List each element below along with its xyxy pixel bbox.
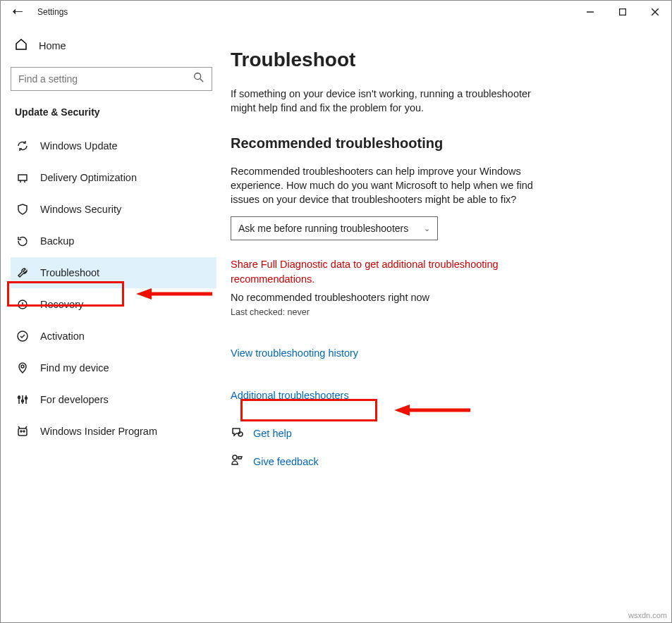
sidebar-item-delivery-optimization[interactable]: Delivery Optimization <box>11 162 216 193</box>
insider-icon <box>16 425 29 438</box>
sidebar-item-find-my-device[interactable]: Find my device <box>11 352 216 383</box>
svg-line-22 <box>25 426 27 428</box>
sidebar-item-label: Backup <box>40 235 74 247</box>
annotation-arrow-additional <box>394 403 472 417</box>
sidebar-item-label: For developers <box>40 394 109 405</box>
minimize-button[interactable] <box>574 1 606 23</box>
sidebar-item-windows-security[interactable]: Windows Security <box>11 194 216 225</box>
recovery-icon <box>16 298 29 311</box>
search-icon <box>193 72 204 86</box>
svg-point-23 <box>238 432 243 436</box>
activation-icon <box>16 330 29 343</box>
svg-point-24 <box>233 455 237 459</box>
home-icon <box>15 38 28 54</box>
diagnostic-warning: Share Full Diagnostic data to get additi… <box>231 257 548 286</box>
feedback-icon <box>231 454 243 469</box>
sidebar-item-label: Troubleshoot <box>40 267 99 278</box>
wrench-icon <box>16 266 29 279</box>
close-button[interactable] <box>639 1 671 23</box>
svg-rect-6 <box>18 175 27 180</box>
sidebar-item-troubleshoot[interactable]: Troubleshoot <box>11 257 216 288</box>
sidebar-item-label: Windows Update <box>40 140 118 152</box>
window-title: Settings <box>35 7 68 17</box>
sidebar-item-activation[interactable]: Activation <box>11 321 216 352</box>
svg-point-20 <box>23 431 25 432</box>
svg-rect-1 <box>620 9 626 16</box>
maximize-button[interactable] <box>606 1 639 23</box>
sidebar-item-label: Windows Insider Program <box>40 426 157 437</box>
home-label: Home <box>39 40 66 51</box>
svg-point-19 <box>20 431 22 432</box>
svg-rect-18 <box>18 428 27 436</box>
additional-troubleshooters-link[interactable]: Additional troubleshooters <box>231 390 349 401</box>
intro-text: If something on your device isn't workin… <box>231 87 548 116</box>
watermark: wsxdn.com <box>628 611 667 619</box>
sync-icon <box>16 140 29 152</box>
get-help-link[interactable]: Get help <box>253 428 292 439</box>
svg-point-11 <box>21 365 24 368</box>
rec-heading: Recommended troubleshooting <box>231 135 646 152</box>
backup-icon <box>16 235 29 247</box>
home-nav[interactable]: Home <box>11 32 216 60</box>
delivery-icon <box>16 171 29 184</box>
page-title: Troubleshoot <box>231 49 646 71</box>
developer-icon <box>16 393 29 406</box>
chevron-down-icon: ⌄ <box>424 224 430 233</box>
svg-line-5 <box>200 79 203 82</box>
section-header: Update & Security <box>15 106 216 118</box>
dropdown-value: Ask me before running troubleshooters <box>238 223 408 234</box>
back-button[interactable]: 🠐 <box>1 6 35 18</box>
sidebar-item-windows-insider[interactable]: Windows Insider Program <box>11 416 216 447</box>
search-input-wrap[interactable] <box>11 67 212 91</box>
last-checked-text: Last checked: never <box>231 307 646 317</box>
svg-marker-28 <box>394 405 410 416</box>
search-input[interactable] <box>18 73 193 85</box>
annotation-arrow-troubleshoot <box>136 287 214 301</box>
sidebar-item-label: Activation <box>40 331 85 342</box>
history-link[interactable]: View troubleshooting history <box>231 347 358 359</box>
get-help-icon <box>231 426 243 441</box>
svg-marker-26 <box>136 288 152 300</box>
sidebar-item-label: Find my device <box>40 362 109 374</box>
location-icon <box>16 362 29 374</box>
sidebar-item-for-developers[interactable]: For developers <box>11 384 216 415</box>
shield-icon <box>16 203 29 216</box>
svg-line-21 <box>18 426 20 428</box>
sidebar-item-windows-update[interactable]: Windows Update <box>11 130 216 161</box>
sidebar-item-backup[interactable]: Backup <box>11 226 216 257</box>
rec-desc: Recommended troubleshooters can help imp… <box>231 164 548 207</box>
give-feedback-link[interactable]: Give feedback <box>253 456 319 467</box>
no-recommended-text: No recommended troubleshooters right now <box>231 292 646 303</box>
sidebar-item-label: Windows Security <box>40 204 121 215</box>
sidebar-item-label: Recovery <box>40 299 83 310</box>
svg-point-4 <box>195 73 201 80</box>
sidebar-item-label: Delivery Optimization <box>40 172 137 183</box>
rec-dropdown[interactable]: Ask me before running troubleshooters ⌄ <box>231 216 438 240</box>
